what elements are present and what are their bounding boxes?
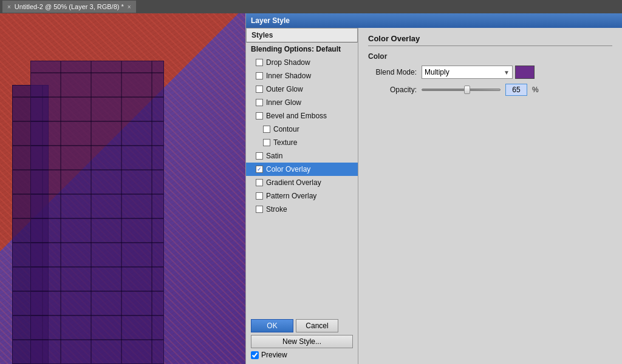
gradient-overlay-checkbox[interactable]	[256, 179, 263, 186]
contour-label: Contour	[273, 125, 299, 133]
slider-thumb[interactable]	[464, 86, 470, 94]
main-layout: Layer Style Styles Blending Options: Def…	[0, 13, 622, 364]
inner-glow-checkbox[interactable]	[256, 99, 263, 106]
inner-shadow-label: Inner Shadow	[266, 72, 311, 80]
cancel-button[interactable]: Cancel	[296, 319, 338, 332]
dropdown-arrow-icon: ▼	[504, 69, 510, 76]
panel-buttons: OK Cancel New Style... Preview	[246, 314, 358, 364]
texture-checkbox[interactable]	[263, 139, 270, 146]
texture-label: Texture	[273, 138, 297, 147]
blending-options-label: Blending Options: Default	[251, 45, 341, 53]
opacity-value: 65	[512, 86, 520, 94]
contour-item[interactable]: Contour	[246, 123, 358, 136]
opacity-label: Opacity:	[368, 86, 417, 94]
bevel-emboss-label: Bevel and Emboss	[266, 112, 327, 120]
inner-shadow-item[interactable]: Inner Shadow	[246, 69, 358, 83]
inner-shadow-checkbox[interactable]	[256, 72, 263, 79]
satin-checkbox[interactable]	[256, 152, 263, 160]
inner-glow-item[interactable]: Inner Glow	[246, 96, 358, 109]
sub-section-title: Color	[368, 52, 612, 61]
inner-glow-label: Inner Glow	[266, 98, 301, 107]
new-style-button[interactable]: New Style...	[251, 335, 353, 348]
satin-label: Satin	[266, 152, 282, 160]
blend-mode-select-group: Multiply ▼	[422, 66, 535, 79]
gradient-overlay-label: Gradient Overlay	[266, 178, 321, 187]
canvas-area	[0, 13, 245, 364]
satin-item[interactable]: Satin	[246, 149, 358, 163]
blend-mode-dropdown[interactable]: Multiply ▼	[422, 66, 513, 79]
opacity-input[interactable]: 65	[505, 84, 527, 96]
bevel-emboss-checkbox[interactable]	[256, 112, 263, 120]
bevel-emboss-item[interactable]: Bevel and Emboss	[246, 109, 358, 123]
blending-options-item[interactable]: Blending Options: Default	[246, 42, 358, 56]
color-overlay-checkbox[interactable]: ✓	[256, 166, 263, 173]
opacity-row: Opacity: 65 %	[368, 84, 612, 96]
tab-close-right[interactable]: ×	[128, 4, 131, 10]
blend-mode-value: Multiply	[425, 68, 449, 76]
stroke-checkbox[interactable]	[256, 206, 263, 213]
canvas-image	[0, 13, 245, 364]
drop-shadow-item[interactable]: Drop Shadow	[246, 56, 358, 69]
building-composition	[12, 49, 182, 364]
contour-checkbox[interactable]	[263, 126, 270, 133]
color-overlay-item[interactable]: ✓ Color Overlay	[246, 163, 358, 176]
styles-panel: Styles Blending Options: Default Drop Sh…	[246, 28, 358, 364]
blend-mode-row: Blend Mode: Multiply ▼	[368, 66, 612, 79]
stroke-label: Stroke	[266, 205, 287, 214]
styles-header[interactable]: Styles	[246, 28, 358, 42]
building-main-grid	[31, 61, 163, 363]
tab-label: Untitled-2 @ 50% (Layer 3, RGB/8) *	[15, 3, 124, 10]
preview-checkbox[interactable]	[251, 351, 259, 359]
stroke-item[interactable]: Stroke	[246, 203, 358, 216]
outer-glow-label: Outer Glow	[266, 85, 303, 93]
outer-glow-checkbox[interactable]	[256, 86, 263, 93]
title-bar: × Untitled-2 @ 50% (Layer 3, RGB/8) * ×	[0, 0, 622, 13]
section-title: Color Overlay	[368, 34, 612, 46]
color-overlay-panel: Color Overlay Color Blend Mode: Multiply…	[358, 28, 622, 364]
pattern-overlay-label: Pattern Overlay	[266, 192, 316, 200]
opacity-slider[interactable]	[422, 89, 501, 91]
dialog-title-bar: Layer Style	[246, 13, 622, 28]
gradient-overlay-item[interactable]: Gradient Overlay	[246, 176, 358, 189]
dialog-content: Styles Blending Options: Default Drop Sh…	[246, 28, 622, 364]
preview-label: Preview	[261, 351, 287, 359]
drop-shadow-checkbox[interactable]	[256, 59, 263, 66]
layer-style-dialog: Layer Style Styles Blending Options: Def…	[245, 13, 622, 364]
percent-label: %	[532, 86, 539, 94]
pattern-overlay-checkbox[interactable]	[256, 192, 263, 200]
drop-shadow-label: Drop Shadow	[266, 58, 310, 67]
color-overlay-label: Color Overlay	[266, 165, 310, 174]
document-tab[interactable]: × Untitled-2 @ 50% (Layer 3, RGB/8) * ×	[2, 1, 136, 13]
building-main-section	[30, 61, 164, 364]
tab-close-left[interactable]: ×	[7, 4, 11, 10]
ok-button[interactable]: OK	[251, 319, 293, 332]
outer-glow-item[interactable]: Outer Glow	[246, 83, 358, 96]
dialog-title: Layer Style	[251, 16, 290, 25]
texture-item[interactable]: Texture	[246, 136, 358, 149]
color-swatch[interactable]	[515, 66, 535, 79]
pattern-overlay-item[interactable]: Pattern Overlay	[246, 189, 358, 203]
blend-mode-label: Blend Mode:	[368, 68, 417, 76]
